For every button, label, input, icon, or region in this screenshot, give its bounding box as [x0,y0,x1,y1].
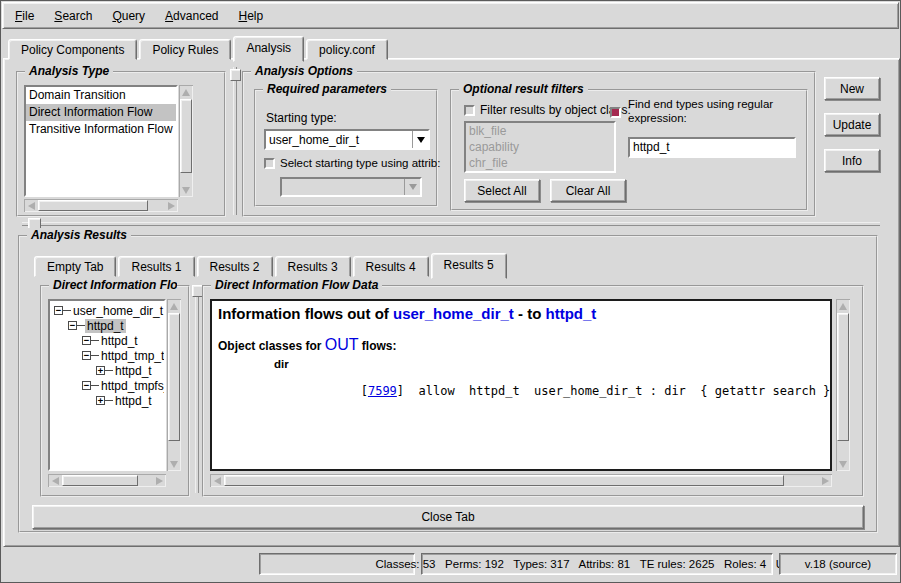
main-content-frame: Analysis Type Domain TransitionDirect In… [3,58,900,547]
expand-toggle-icon[interactable]: − [68,321,77,330]
expand-toggle-icon[interactable]: − [82,336,91,345]
analysis-type-item[interactable]: Transitive Information Flow [26,121,176,138]
flow-tree-group: Direct Information Flow Tree − user_home… [40,285,190,497]
expand-toggle-icon[interactable]: + [96,366,105,375]
menu-item[interactable]: Help [230,8,271,24]
menu-item[interactable]: Search [46,8,100,24]
tree-node[interactable]: − httpd_t [50,333,164,348]
scroll-right-icon[interactable] [168,202,175,210]
results-tab[interactable]: Empty Tab [34,256,116,277]
results-tab[interactable]: Results 3 [275,256,351,277]
tree-data-sash[interactable] [195,285,199,493]
scroll-up-icon[interactable] [182,89,190,96]
data-vscrollbar[interactable] [836,299,850,471]
analysis-type-item[interactable]: Domain Transition [26,87,176,104]
scroll-thumb[interactable] [180,99,192,173]
results-tab[interactable]: Results 4 [353,256,429,277]
tree-node[interactable]: − user_home_dir_t [50,303,164,318]
expand-toggle-icon[interactable]: − [82,381,91,390]
flow-subheading: Object classes for OUT flows: [218,336,824,354]
data-hscrollbar[interactable] [210,474,832,487]
main-tab[interactable]: Analysis [233,36,304,62]
object-class-item: blk_file [466,123,614,139]
regex-input[interactable]: httpd_t [628,137,796,158]
starting-type-combobox[interactable]: user_home_dir_t [264,129,430,150]
options-sash[interactable] [233,67,237,215]
close-tab-button[interactable]: Close Tab [32,505,864,529]
analysis-results-title: Analysis Results [27,228,131,242]
status-version: v.18 (source) [779,553,897,575]
scroll-thumb[interactable] [224,475,784,486]
main-tab-bar: Policy ComponentsPolicy RulesAnalysispol… [8,34,390,60]
tree-hscrollbar[interactable] [48,474,166,487]
clear-all-button[interactable]: Clear All [550,179,626,202]
menu-item[interactable]: Advanced [157,8,226,24]
scroll-thumb[interactable] [62,475,138,486]
chevron-down-icon [409,184,417,190]
menu-item[interactable]: File [7,8,42,24]
scroll-thumb[interactable] [168,313,180,441]
results-sash[interactable] [22,222,880,226]
rule-id-link[interactable]: 7599 [368,384,397,398]
update-button[interactable]: Update [824,113,880,136]
rule-line: [7599] allow httpd_t user_home_dir_t : d… [274,370,824,412]
flow-tree-title: Direct Information Flow Tree [49,278,177,292]
regex-checkbox[interactable] [610,107,621,118]
starting-type-label: Starting type: [266,111,337,125]
expand-toggle-icon[interactable]: − [54,306,63,315]
expand-toggle-icon[interactable]: − [82,351,91,360]
attrib-combobox [280,177,422,197]
optional-filters-group: Optional result filters Filter results b… [450,89,808,211]
sash-handle[interactable] [230,69,241,81]
tree-node[interactable]: − httpd_t [50,318,164,333]
object-class-checkbox[interactable] [464,105,475,116]
attrib-checkbox[interactable] [264,158,275,169]
tree-node[interactable]: + httpd_t [50,363,164,378]
scroll-left-icon[interactable] [28,202,35,210]
scroll-thumb[interactable] [38,200,148,211]
info-button[interactable]: Info [824,149,880,172]
results-tab[interactable]: Results 5 [431,253,507,279]
main-tab[interactable]: Policy Components [8,39,137,60]
chevron-down-icon[interactable] [417,137,425,143]
flow-tree[interactable]: − user_home_dir_t − httpd_t − [48,299,166,471]
scroll-right-icon[interactable] [156,477,163,485]
flow-heading: Information flows out of user_home_dir_t… [218,305,824,322]
tree-node[interactable]: − httpd_tmp_t [50,348,164,363]
scroll-right-icon[interactable] [822,477,829,485]
main-tab[interactable]: Policy Rules [139,39,231,60]
scroll-thumb[interactable] [837,313,849,441]
object-class-listbox: blk_filecapabilitychr_file [464,121,616,173]
app-window: FileSearchQueryAdvancedHelp Policy Compo… [0,0,901,583]
scroll-down-icon[interactable] [182,187,190,194]
menu-item[interactable]: Query [104,8,153,24]
analysis-type-item[interactable]: Direct Information Flow [26,104,176,121]
results-tab[interactable]: Results 2 [197,256,273,277]
analysis-type-vscrollbar[interactable] [179,85,193,197]
attrib-checkbox-label: Select starting type using attrib: [280,157,440,169]
results-tab[interactable]: Results 1 [118,256,194,277]
analysis-type-hscrollbar[interactable] [24,199,178,212]
flow-data-title: Direct Information Flow Data [211,278,382,292]
scroll-down-icon[interactable] [170,461,178,468]
scroll-up-icon[interactable] [839,303,847,310]
scroll-down-icon[interactable] [839,461,847,468]
flow-data-textarea[interactable]: Information flows out of user_home_dir_t… [210,299,832,471]
expand-toggle-icon[interactable]: + [96,396,105,405]
analysis-options-title: Analysis Options [251,64,357,78]
tree-node[interactable]: + httpd_t [50,393,164,408]
main-tab[interactable]: policy.conf [306,39,388,60]
scroll-left-icon[interactable] [52,477,59,485]
select-all-button[interactable]: Select All [464,179,540,202]
analysis-results-group: Analysis Results Empty TabResults 1Resul… [18,235,878,533]
analysis-type-group: Analysis Type Domain TransitionDirect In… [16,71,226,217]
new-button[interactable]: New [824,77,880,100]
object-class-checkbox-label: Filter results by object class: [480,103,631,117]
results-tab-bar: Empty TabResults 1Results 2Results 3Resu… [34,251,509,277]
analysis-type-listbox[interactable]: Domain TransitionDirect Information Flow… [24,85,178,197]
tree-vscrollbar[interactable] [167,299,181,471]
scroll-left-icon[interactable] [214,477,221,485]
tree-node[interactable]: − httpd_tmpfs_ [50,378,164,393]
object-class-item: capability [466,139,614,155]
scroll-up-icon[interactable] [170,303,178,310]
